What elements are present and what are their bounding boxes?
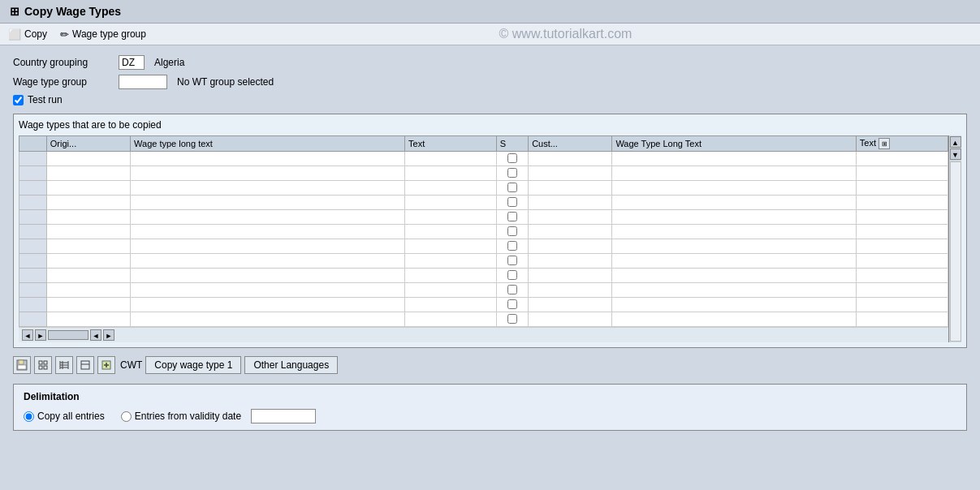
- other-languages-btn[interactable]: Other Languages: [244, 356, 338, 374]
- cell-text[interactable]: [405, 269, 497, 283]
- cell-text2[interactable]: [856, 298, 948, 312]
- cell-cust[interactable]: [529, 254, 612, 269]
- row-selector[interactable]: [19, 181, 47, 196]
- cell-long-text[interactable]: [131, 181, 405, 196]
- table-row[interactable]: [19, 196, 948, 210]
- table-row[interactable]: [19, 312, 948, 327]
- expand-icon-btn[interactable]: [76, 356, 94, 374]
- cell-cust[interactable]: [529, 181, 612, 196]
- scroll-right2-btn[interactable]: ◄: [90, 329, 101, 341]
- cell-wt-long-text[interactable]: [612, 254, 856, 269]
- cell-wt-long-text[interactable]: [612, 181, 856, 196]
- cell-text[interactable]: [405, 196, 497, 210]
- cell-wt-long-text[interactable]: [612, 269, 856, 283]
- cell-text2[interactable]: [856, 196, 948, 210]
- cell-orig[interactable]: [46, 312, 130, 327]
- s-checkbox[interactable]: [507, 299, 517, 309]
- col-header-text2[interactable]: Text ⊞: [856, 136, 948, 152]
- table-row[interactable]: [19, 254, 948, 269]
- col-header-longtext[interactable]: Wage type long text: [131, 136, 405, 152]
- cell-wt-long-text[interactable]: [612, 298, 856, 312]
- cell-text2[interactable]: [856, 181, 948, 196]
- cell-cust[interactable]: [529, 239, 612, 254]
- column-settings-icon[interactable]: ⊞: [879, 138, 890, 149]
- cell-text2[interactable]: [856, 166, 948, 181]
- cell-wt-long-text[interactable]: [612, 312, 856, 327]
- cell-s[interactable]: [496, 312, 528, 327]
- col-header-cust[interactable]: Cust...: [529, 136, 612, 152]
- cell-long-text[interactable]: [131, 196, 405, 210]
- cell-cust[interactable]: [529, 210, 612, 225]
- table-row[interactable]: [19, 166, 948, 181]
- cell-cust[interactable]: [529, 269, 612, 283]
- horiz-scroll-thumb[interactable]: [48, 330, 89, 340]
- row-selector[interactable]: [19, 283, 47, 298]
- cell-cust[interactable]: [529, 225, 612, 239]
- cell-wt-long-text[interactable]: [612, 239, 856, 254]
- wage-type-group-toolbar-item[interactable]: ✏ Wage type group: [60, 28, 146, 41]
- cell-s[interactable]: [496, 196, 528, 210]
- cell-text2[interactable]: [856, 225, 948, 239]
- cell-long-text[interactable]: [131, 166, 405, 181]
- cell-long-text[interactable]: [131, 298, 405, 312]
- row-selector[interactable]: [19, 312, 47, 327]
- scroll-left-btn[interactable]: ◄: [22, 329, 33, 341]
- table-row[interactable]: [19, 210, 948, 225]
- cell-long-text[interactable]: [131, 152, 405, 166]
- cell-long-text[interactable]: [131, 269, 405, 283]
- cell-long-text[interactable]: [131, 239, 405, 254]
- col-header-orig[interactable]: Origi...: [46, 136, 130, 152]
- table-row[interactable]: [19, 298, 948, 312]
- copy-toolbar-item[interactable]: ⬜ Copy: [8, 28, 47, 41]
- cell-text[interactable]: [405, 166, 497, 181]
- row-selector[interactable]: [19, 269, 47, 283]
- cell-orig[interactable]: [46, 298, 130, 312]
- cell-orig[interactable]: [46, 210, 130, 225]
- col-header-text[interactable]: Text: [405, 136, 497, 152]
- col-header-wt-long[interactable]: Wage Type Long Text: [612, 136, 856, 152]
- scroll-down-btn[interactable]: ▼: [950, 148, 961, 160]
- cell-cust[interactable]: [529, 283, 612, 298]
- cell-text[interactable]: [405, 239, 497, 254]
- col-header-s[interactable]: S: [496, 136, 528, 152]
- scroll-up-btn[interactable]: ▲: [950, 136, 961, 148]
- cell-text[interactable]: [405, 283, 497, 298]
- wage-type-group-input[interactable]: [119, 75, 167, 89]
- cell-s[interactable]: [496, 181, 528, 196]
- grid-icon-btn1[interactable]: [34, 356, 52, 374]
- cwt-icon-btn[interactable]: [97, 356, 115, 374]
- table-row[interactable]: [19, 283, 948, 298]
- cell-wt-long-text[interactable]: [612, 152, 856, 166]
- cell-long-text[interactable]: [131, 225, 405, 239]
- cell-wt-long-text[interactable]: [612, 166, 856, 181]
- cell-orig[interactable]: [46, 254, 130, 269]
- cell-long-text[interactable]: [131, 210, 405, 225]
- cell-text[interactable]: [405, 254, 497, 269]
- cell-wt-long-text[interactable]: [612, 196, 856, 210]
- s-checkbox[interactable]: [507, 183, 517, 192]
- cell-long-text[interactable]: [131, 283, 405, 298]
- cell-s[interactable]: [496, 166, 528, 181]
- cell-s[interactable]: [496, 152, 528, 166]
- cell-cust[interactable]: [529, 298, 612, 312]
- cell-orig[interactable]: [46, 152, 130, 166]
- cell-text2[interactable]: [856, 210, 948, 225]
- cell-text2[interactable]: [856, 239, 948, 254]
- grid-icon-btn2[interactable]: [55, 356, 73, 374]
- row-selector[interactable]: [19, 225, 47, 239]
- vertical-scrollbar[interactable]: ▲ ▼: [948, 135, 961, 342]
- cell-s[interactable]: [496, 269, 528, 283]
- copy-all-option[interactable]: Copy all entries: [24, 410, 105, 422]
- table-row[interactable]: [19, 181, 948, 196]
- s-checkbox[interactable]: [507, 212, 517, 221]
- entries-validity-option[interactable]: Entries from validity date: [121, 409, 316, 423]
- table-row[interactable]: [19, 152, 948, 166]
- s-checkbox[interactable]: [507, 226, 517, 236]
- cell-text[interactable]: [405, 225, 497, 239]
- horizontal-scroll-area[interactable]: ◄ ► ◄ ►: [19, 327, 948, 342]
- scroll-right-btn[interactable]: ►: [35, 329, 46, 341]
- cell-cust[interactable]: [529, 312, 612, 327]
- row-selector[interactable]: [19, 196, 47, 210]
- table-row[interactable]: [19, 239, 948, 254]
- s-checkbox[interactable]: [507, 270, 517, 280]
